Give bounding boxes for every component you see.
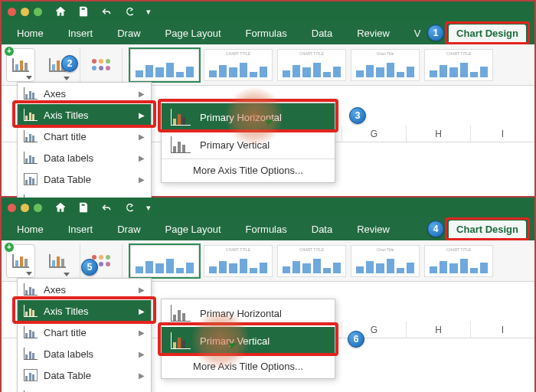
menu-item-axis-titles[interactable]: Axis Titles▶ — [18, 104, 151, 126]
submenu-arrow-icon: ▶ — [139, 90, 145, 98]
submenu-arrow-icon: ▶ — [139, 350, 145, 358]
close-icon[interactable] — [8, 204, 16, 212]
close-icon[interactable] — [8, 8, 16, 16]
qat-separator: ▾ — [146, 203, 151, 213]
tab-page-layout[interactable]: Page Layout — [158, 24, 229, 42]
add-chart-element-menu: Axes▶ Axis Titles▶ Chart title▶ Data lab… — [17, 278, 152, 392]
chart-style-1[interactable] — [130, 245, 199, 277]
primary-vertical-icon — [171, 136, 191, 153]
chart-style-2[interactable]: CHART TITLE — [204, 49, 273, 81]
menu-item-chart-title[interactable]: Chart title▶ — [18, 322, 151, 343]
axis-titles-icon — [24, 109, 38, 121]
ribbon-tabs: Home Insert Draw Page Layout Formulas Da… — [2, 217, 534, 240]
menu-item-data-table[interactable]: Data Table▶ — [18, 168, 151, 190]
chart-style-1[interactable] — [130, 49, 199, 81]
tab-data[interactable]: Data — [304, 24, 340, 42]
plus-icon: + — [5, 47, 14, 56]
chart-style-4[interactable]: Chart Title — [351, 245, 420, 277]
menu-item-chart-title[interactable]: Chart title▶ — [18, 126, 151, 147]
tab-insert[interactable]: Insert — [60, 220, 101, 238]
callout-6: 6 — [348, 331, 364, 348]
undo-icon[interactable] — [100, 201, 113, 214]
chart-style-3[interactable]: CHART TITLE — [277, 49, 346, 81]
menu-item-data-labels[interactable]: Data labels▶ — [18, 147, 151, 168]
menu-item-axes[interactable]: Axes▶ — [18, 83, 151, 104]
menu-item-axes[interactable]: Axes▶ — [18, 279, 151, 300]
col-g[interactable]: G — [342, 126, 406, 142]
maximize-icon[interactable] — [34, 204, 42, 212]
add-chart-element-button[interactable]: + — [6, 244, 35, 278]
callout-4: 4 — [427, 220, 444, 237]
quick-layout-button[interactable] — [43, 244, 72, 278]
menu-item-error-bars[interactable]: Error Bars▶ — [18, 386, 151, 392]
submenu-arrow-icon: ▶ — [139, 328, 145, 337]
tab-formulas[interactable]: Formulas — [238, 24, 295, 42]
maximize-icon[interactable] — [34, 8, 42, 16]
chart-style-3[interactable]: CHART TITLE — [277, 245, 346, 277]
menu-item-axis-titles[interactable]: Axis Titles▶ — [18, 300, 151, 322]
col-h[interactable]: H — [406, 322, 470, 338]
data-table-icon — [24, 369, 38, 381]
submenu-arrow-icon: ▶ — [139, 111, 145, 119]
chart-style-5[interactable]: CHART TITLE — [424, 245, 493, 277]
data-table-icon — [24, 173, 38, 185]
tab-home[interactable]: Home — [9, 220, 51, 238]
redo-icon[interactable] — [123, 5, 136, 18]
col-h[interactable]: H — [406, 126, 470, 142]
chart-title-icon — [24, 130, 38, 142]
home-icon[interactable] — [54, 5, 67, 18]
minimize-icon[interactable] — [21, 8, 29, 16]
titlebar: ▾ — [2, 198, 534, 217]
home-icon[interactable] — [54, 201, 67, 214]
tab-insert[interactable]: Insert — [60, 24, 101, 42]
submenu-more-options[interactable]: More Axis Title Options... — [162, 355, 335, 378]
callout-5: 5 — [81, 259, 98, 276]
tab-review[interactable]: Review — [349, 220, 397, 238]
primary-horizontal-icon — [171, 109, 191, 126]
submenu-arrow-icon: ▶ — [139, 132, 145, 141]
data-labels-icon — [24, 348, 38, 360]
chart-style-4[interactable]: Chart Title — [351, 49, 420, 81]
add-chart-element-button[interactable]: + — [6, 48, 35, 82]
tab-formulas[interactable]: Formulas — [238, 220, 295, 238]
change-colors-button[interactable] — [88, 48, 114, 82]
submenu-primary-horizontal[interactable]: Primary Horizontal — [162, 103, 335, 131]
submenu-more-options[interactable]: More Axis Title Options... — [162, 159, 335, 182]
tab-home[interactable]: Home — [9, 24, 51, 42]
chart-style-5[interactable]: CHART TITLE — [424, 49, 493, 81]
titlebar: ▾ — [2, 2, 534, 21]
tab-chart-design[interactable]: Chart Design — [449, 24, 526, 42]
col-i[interactable]: I — [470, 322, 534, 338]
qat-separator: ▾ — [146, 7, 151, 17]
chart-title-icon — [24, 326, 38, 338]
ribbon-chart-design: + CHART TITLE CHART TITLE Chart Title CH… — [2, 44, 534, 86]
chart-style-2[interactable]: CHART TITLE — [204, 245, 273, 277]
tab-draw[interactable]: Draw — [109, 24, 148, 42]
tab-page-layout[interactable]: Page Layout — [158, 220, 229, 238]
chevron-down-icon — [64, 77, 70, 80]
menu-item-data-labels[interactable]: Data labels▶ — [18, 343, 151, 364]
tab-draw[interactable]: Draw — [109, 220, 148, 238]
primary-horizontal-icon — [171, 305, 191, 322]
submenu-primary-vertical[interactable]: Primary Vertical — [162, 327, 335, 354]
submenu-primary-horizontal[interactable]: Primary Horizontal — [162, 299, 335, 327]
redo-icon[interactable] — [123, 201, 136, 214]
tab-data[interactable]: Data — [304, 220, 340, 238]
tab-view-clipped[interactable]: V — [407, 24, 429, 42]
submenu-primary-vertical[interactable]: Primary Vertical — [162, 131, 335, 158]
axes-icon — [24, 87, 38, 100]
window-traffic-lights — [8, 204, 42, 212]
tab-chart-design[interactable]: Chart Design — [449, 220, 526, 238]
chevron-down-icon — [64, 273, 70, 276]
save-icon[interactable] — [77, 5, 90, 18]
save-icon[interactable] — [77, 201, 90, 214]
plus-icon: + — [5, 243, 14, 252]
submenu-arrow-icon: ▶ — [139, 371, 145, 380]
minimize-icon[interactable] — [21, 204, 29, 212]
menu-item-data-table[interactable]: Data Table▶ — [18, 364, 151, 386]
axis-titles-submenu: Primary Horizontal Primary Vertical More… — [161, 103, 335, 183]
undo-icon[interactable] — [100, 5, 113, 18]
tab-review[interactable]: Review — [349, 24, 397, 42]
ribbon-chart-design: + CHART TITLE CHART TITLE Chart Title CH… — [2, 240, 534, 282]
col-i[interactable]: I — [470, 126, 534, 142]
